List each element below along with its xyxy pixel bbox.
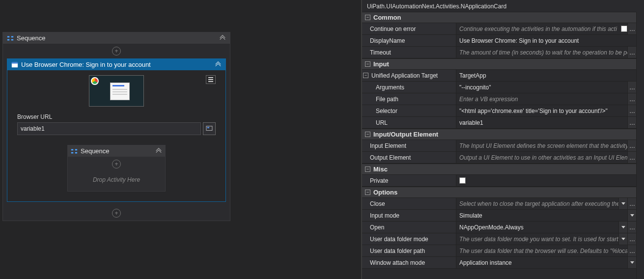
sequence-icon: [7, 35, 14, 42]
prop-user-data-folder-mode[interactable]: User data folder mode The user data fold…: [362, 233, 636, 245]
designer-canvas[interactable]: Sequence + Use Browser Chrome: Sign in t…: [0, 0, 361, 279]
ellipsis-button[interactable]: …: [627, 105, 636, 116]
collapse-toggle-icon[interactable]: −: [363, 73, 368, 78]
ellipsis-button[interactable]: …: [627, 245, 636, 256]
add-activity-top[interactable]: +: [3, 44, 230, 58]
chrome-icon: [91, 77, 99, 85]
chevron-up-icon[interactable]: [155, 148, 162, 155]
dropdown-button[interactable]: [627, 210, 636, 221]
prop-arguments[interactable]: Arguments "--incognito" …: [362, 82, 636, 93]
ellipsis-button[interactable]: …: [627, 47, 636, 58]
group-common[interactable]: − Common: [362, 12, 636, 23]
group-input[interactable]: − Input: [362, 58, 636, 70]
prop-timeout[interactable]: Timeout The amount of time (in seconds) …: [362, 47, 636, 58]
prop-output-element[interactable]: Output Element Output a UI Element to us…: [362, 152, 636, 164]
prop-user-data-folder-path[interactable]: User data folder path The user data fold…: [362, 245, 636, 257]
browser-icon: [11, 61, 18, 68]
outer-sequence-title: Sequence: [17, 34, 216, 42]
prop-close[interactable]: Close Select when to close the target ap…: [362, 198, 636, 210]
svg-rect-10: [75, 149, 77, 150]
outer-sequence[interactable]: Sequence + Use Browser Chrome: Sign in t…: [2, 32, 230, 221]
ellipsis-button[interactable]: …: [627, 23, 636, 34]
group-misc[interactable]: − Misc: [362, 164, 636, 175]
add-activity-bottom[interactable]: +: [3, 206, 230, 221]
plus-icon: +: [112, 209, 121, 218]
prop-unified-application-target[interactable]: −Unified Application Target TargetApp: [362, 70, 636, 82]
collapse-toggle-icon[interactable]: −: [365, 190, 370, 195]
prop-url[interactable]: URL variable1 …: [362, 117, 636, 129]
plus-icon: +: [112, 47, 121, 56]
ellipsis-button[interactable]: …: [627, 152, 636, 163]
drop-hint: Drop Activity Here: [68, 171, 165, 191]
prop-open[interactable]: Open NAppOpenMode.Always …: [362, 222, 636, 233]
inner-sequence-header[interactable]: Sequence: [68, 145, 165, 157]
activity-type-path: UiPath.UIAutomationNext.Activities.NAppl…: [362, 0, 644, 12]
dropdown-button[interactable]: [618, 198, 627, 209]
activity-title: Use Browser Chrome: Sign in to your acco…: [21, 61, 212, 68]
ellipsis-button[interactable]: …: [627, 198, 636, 209]
svg-rect-9: [71, 152, 73, 153]
svg-rect-2: [11, 36, 13, 37]
dropdown-button[interactable]: [627, 257, 636, 268]
ellipsis-button[interactable]: …: [627, 233, 636, 245]
group-options[interactable]: − Options: [362, 187, 636, 198]
prop-private[interactable]: Private: [362, 175, 636, 187]
collapse-toggle-icon[interactable]: −: [365, 15, 370, 20]
properties-panel: UiPath.UIAutomationNext.Activities.NAppl…: [362, 0, 644, 279]
ellipsis-button[interactable]: …: [627, 93, 636, 105]
ellipsis-button[interactable]: …: [627, 82, 636, 93]
prop-selector[interactable]: Selector "<html app='chrome.exe' title='…: [362, 105, 636, 117]
chevron-up-icon[interactable]: [219, 35, 226, 42]
svg-rect-5: [12, 62, 18, 63]
chevron-up-icon[interactable]: [215, 61, 222, 68]
activity-header[interactable]: Use Browser Chrome: Sign in to your acco…: [7, 59, 225, 70]
scrollbar[interactable]: [636, 12, 644, 279]
collapse-toggle-icon[interactable]: −: [365, 167, 370, 172]
prop-file-path[interactable]: File path Enter a VB expression …: [362, 93, 636, 105]
svg-rect-3: [11, 39, 13, 40]
prop-window-attach-mode[interactable]: Window attach mode Application instance: [362, 257, 636, 269]
browser-url-label: Browser URL: [17, 113, 216, 120]
sequence-icon: [71, 148, 78, 155]
target-screenshot-thumbnail[interactable]: [89, 75, 144, 107]
prop-input-mode[interactable]: Input mode Simulate: [362, 210, 636, 222]
browser-url-input[interactable]: [17, 122, 201, 135]
dropdown-button[interactable]: [618, 233, 627, 245]
dropdown-button[interactable]: [618, 222, 627, 233]
inner-sequence[interactable]: Sequence + Drop Activity Here: [67, 145, 166, 192]
ellipsis-button[interactable]: …: [627, 140, 636, 151]
indicate-target-button[interactable]: [203, 122, 216, 135]
svg-rect-11: [75, 152, 77, 153]
prop-continue-on-error[interactable]: Continue on error Continue executing the…: [362, 23, 636, 35]
checkbox[interactable]: [459, 177, 466, 184]
checkbox[interactable]: [621, 26, 627, 32]
prop-input-element[interactable]: Input Element The Input UI Element defin…: [362, 140, 636, 152]
inner-sequence-title: Sequence: [81, 147, 152, 155]
collapse-toggle-icon[interactable]: −: [365, 61, 370, 67]
prop-display-name[interactable]: DisplayName Use Browser Chrome: Sign in …: [362, 35, 636, 47]
group-io-element[interactable]: − Input/Output Element: [362, 129, 636, 140]
hamburger-menu-button[interactable]: [206, 75, 216, 84]
ellipsis-button[interactable]: …: [627, 117, 636, 128]
plus-icon: +: [112, 160, 121, 168]
add-activity-inner[interactable]: +: [68, 157, 165, 171]
svg-rect-0: [7, 36, 9, 37]
collapse-toggle-icon[interactable]: −: [365, 132, 370, 137]
svg-rect-1: [7, 39, 9, 40]
outer-sequence-header[interactable]: Sequence: [3, 32, 230, 44]
svg-rect-7: [207, 127, 209, 129]
ellipsis-button[interactable]: …: [627, 222, 636, 233]
use-browser-activity[interactable]: Use Browser Chrome: Sign in to your acco…: [7, 58, 226, 202]
svg-rect-8: [71, 149, 73, 150]
